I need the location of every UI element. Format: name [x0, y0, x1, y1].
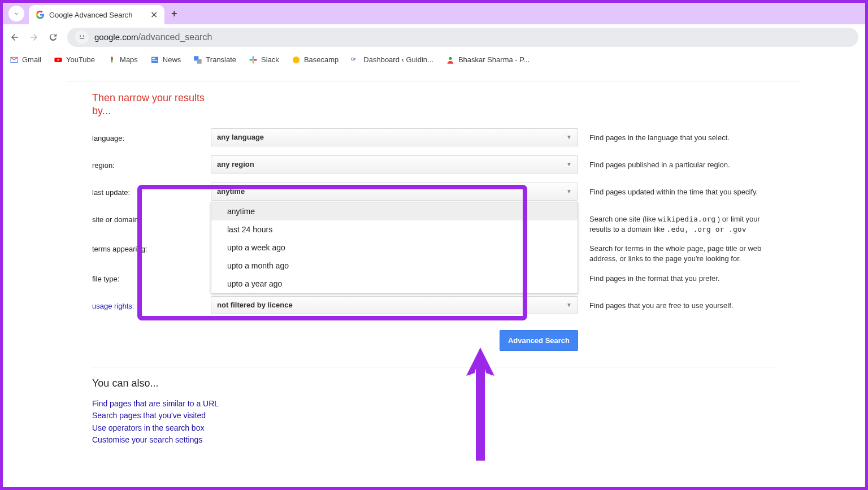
- option-week-ago[interactable]: upto a week ago: [211, 239, 578, 257]
- label-filetype: file type:: [92, 269, 211, 283]
- dropdown-last-update-list: anytime last 24 hours upto a week ago up…: [211, 202, 578, 293]
- svg-rect-7: [152, 60, 157, 60]
- advanced-search-button[interactable]: Advanced Search: [500, 330, 578, 351]
- dropdown-usage[interactable]: not filtered by licence▼: [211, 296, 578, 314]
- help-filetype: Find pages in the format that you prefer…: [578, 269, 776, 284]
- chevron-down-icon: [13, 10, 20, 17]
- address-bar[interactable]: google.com/advanced_search: [67, 28, 858, 47]
- svg-rect-11: [249, 59, 253, 60]
- label-region: region:: [92, 155, 211, 170]
- row-last-update: last update: anytime▼ anytime last 24 ho…: [92, 183, 776, 205]
- page-content: Then narrow your results by... language:…: [3, 70, 865, 487]
- browser-chrome: Google Advanced Search ✕ + google.com/ad…: [3, 3, 865, 70]
- chevron-down-icon: ▼: [566, 134, 572, 140]
- you-can-also-title: You can also...: [92, 378, 776, 389]
- row-language: language: any language▼ Find pages in th…: [92, 128, 776, 151]
- forward-button[interactable]: [29, 32, 39, 42]
- bookmark-news[interactable]: News: [150, 55, 181, 64]
- label-usage[interactable]: usage rights:: [92, 296, 211, 310]
- label-terms: terms appearing:: [92, 239, 211, 253]
- label-site: site or domain:: [92, 210, 211, 224]
- svg-point-1: [83, 36, 84, 37]
- browser-tab[interactable]: Google Advanced Search ✕: [29, 5, 164, 24]
- news-icon: [150, 55, 159, 64]
- option-anytime[interactable]: anytime: [211, 202, 578, 220]
- translate-icon: [193, 55, 202, 64]
- bookmark-gmail[interactable]: Gmail: [10, 55, 41, 64]
- row-region: region: any region▼ Find pages published…: [92, 155, 776, 178]
- svg-rect-9: [197, 59, 202, 63]
- url-text: google.com/advanced_search: [94, 32, 212, 42]
- bookmark-youtube[interactable]: YouTube: [54, 55, 95, 64]
- option-month-ago[interactable]: upto a month ago: [211, 257, 578, 275]
- chevron-down-icon: ▼: [566, 302, 572, 308]
- google-favicon-icon: [36, 10, 45, 19]
- svg-rect-10: [253, 56, 254, 59]
- svg-text:Gt: Gt: [351, 57, 356, 62]
- youtube-icon: [54, 55, 63, 64]
- reload-button[interactable]: [48, 32, 58, 42]
- svg-point-16: [449, 57, 452, 59]
- slack-icon: [249, 55, 258, 64]
- bookmark-maps[interactable]: Maps: [107, 55, 138, 64]
- nav-bar: google.com/advanced_search: [3, 24, 865, 50]
- maps-icon: [107, 55, 116, 64]
- narrow-results-title: Then narrow your results by...: [92, 92, 205, 118]
- row-usage: usage rights: not filtered by licence▼ F…: [92, 296, 776, 319]
- option-year-ago[interactable]: upto a year ago: [211, 275, 578, 293]
- tab-bar: Google Advanced Search ✕ +: [3, 3, 865, 24]
- svg-rect-12: [253, 60, 254, 63]
- help-last-update: Find pages updated within the time that …: [578, 183, 776, 197]
- site-settings-icon[interactable]: [75, 31, 89, 44]
- dashboard-icon: Gt: [351, 55, 360, 64]
- bookmark-dashboard[interactable]: GtDashboard ‹ Guidin...: [351, 55, 433, 64]
- dropdown-last-update[interactable]: anytime▼: [211, 183, 578, 201]
- help-terms: Search for terms in the whole page, page…: [578, 239, 776, 264]
- back-button[interactable]: [10, 32, 20, 42]
- help-language: Find pages in the language that you sele…: [578, 128, 776, 143]
- label-last-update: last update:: [92, 183, 211, 197]
- bookmark-slack[interactable]: Slack: [249, 55, 279, 64]
- bookmark-translate[interactable]: Translate: [193, 55, 236, 64]
- gmail-icon: [10, 55, 19, 64]
- link-operators[interactable]: Use operators in the search box: [92, 423, 776, 434]
- person-icon: [446, 55, 455, 64]
- help-site: Search one site (like wikipedia.org ) or…: [578, 210, 776, 235]
- link-similar-url[interactable]: Find pages that are similar to a URL: [92, 398, 776, 410]
- basecamp-icon: [292, 55, 301, 64]
- svg-rect-13: [254, 59, 257, 60]
- bookmarks-bar: Gmail YouTube Maps News Translate Slack …: [3, 50, 865, 70]
- svg-rect-6: [152, 58, 155, 59]
- tab-close-button[interactable]: ✕: [150, 10, 158, 20]
- svg-point-0: [80, 36, 81, 37]
- new-tab-button[interactable]: +: [171, 8, 177, 20]
- help-usage: Find pages that you are free to use your…: [578, 296, 776, 311]
- bookmark-bhaskar[interactable]: Bhaskar Sharma - P...: [446, 55, 530, 64]
- bookmark-basecamp[interactable]: Basecamp: [292, 55, 338, 64]
- chevron-down-icon: ▼: [566, 161, 572, 167]
- link-customise[interactable]: Customise your search settings: [92, 435, 776, 446]
- dropdown-region[interactable]: any region▼: [211, 155, 578, 174]
- svg-point-4: [111, 57, 113, 59]
- tab-search-menu[interactable]: [8, 6, 24, 21]
- svg-point-14: [293, 57, 300, 63]
- link-visited-pages[interactable]: Search pages that you've visited: [92, 410, 776, 422]
- tab-title: Google Advanced Search: [49, 11, 146, 19]
- option-last-24-hours[interactable]: last 24 hours: [211, 220, 578, 239]
- also-links: Find pages that are similar to a URL Sea…: [92, 398, 776, 446]
- label-language: language:: [92, 128, 211, 142]
- chevron-down-icon: ▼: [566, 188, 572, 194]
- help-region: Find pages published in a particular reg…: [578, 155, 776, 170]
- separator: [92, 367, 776, 367]
- dropdown-language[interactable]: any language▼: [211, 128, 578, 146]
